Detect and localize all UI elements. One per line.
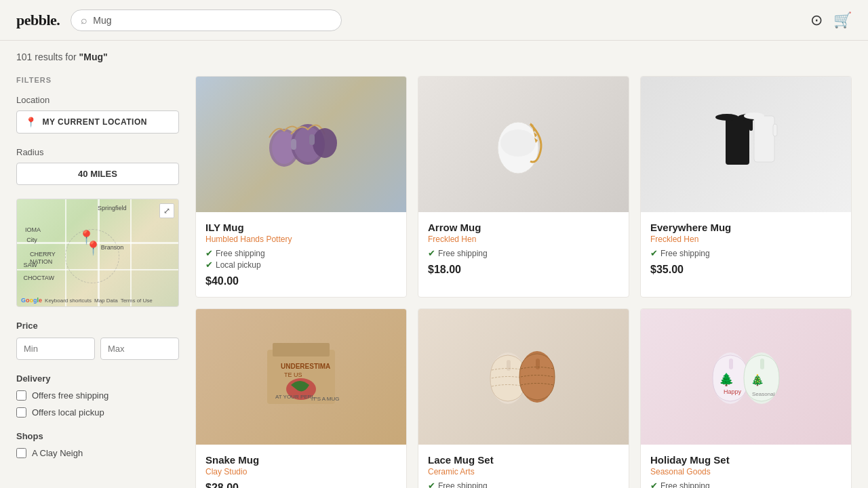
results-count-text: 101 results for "Mug"	[16, 52, 108, 62]
product-image-holiday-mug: 🌲 Happy 🎄 Seasonal	[641, 309, 851, 445]
svg-rect-26	[536, 359, 540, 369]
price-max-input[interactable]	[100, 338, 179, 360]
product-badges-everywhere-mug: ✔ Free shipping	[650, 248, 842, 258]
map-label-cherry: CHERRY	[30, 251, 56, 258]
product-name-snake-mug: Snake Mug	[205, 454, 397, 466]
products-grid: ILY Mug Humbled Hands Pottery ✔ Free shi…	[195, 76, 852, 488]
map-footer: Google Keyboard shortcuts Map Data Terms…	[21, 297, 153, 304]
main-layout: FILTERS Location 📍 MY CURRENT LOCATION R…	[0, 62, 868, 488]
svg-point-4	[313, 128, 337, 158]
product-image-ily-mug	[196, 77, 406, 212]
svg-rect-24	[507, 360, 511, 371]
price-min-input[interactable]	[16, 338, 95, 360]
map-keyboard-shortcuts: Keyboard shortcuts	[45, 298, 92, 304]
logo[interactable]: pebble.	[16, 12, 60, 29]
product-shop-holiday-mug[interactable]: Seasonal Goods	[650, 467, 842, 476]
badge-free-shipping-ily: ✔ Free shipping	[205, 248, 397, 258]
svg-text:TE US: TE US	[284, 371, 302, 378]
product-shop-snake-mug[interactable]: Clay Studio	[205, 467, 397, 476]
product-card-arrow-mug[interactable]: Arrow Mug Freckled Hen ✔ Free shipping $…	[418, 76, 629, 298]
shops-filter: Shops A Clay Neigh	[16, 431, 179, 458]
map-placeholder: Springfield Branson IOMA City SAW CHERRY…	[17, 199, 178, 306]
location-filter: Location 📍 MY CURRENT LOCATION	[16, 95, 179, 134]
radius-circle	[65, 229, 119, 283]
check-icon: ✔	[428, 481, 435, 488]
local-pickup-checkbox[interactable]	[16, 407, 26, 418]
check-icon: ✔	[650, 481, 658, 488]
badge-free-shipping-lace: ✔ Free shipping	[428, 481, 619, 488]
product-price-arrow-mug: $18.00	[428, 264, 619, 276]
price-inputs	[16, 338, 179, 360]
badge-free-shipping-text: Free shipping	[216, 249, 265, 258]
svg-text:IT'S A MUG: IT'S A MUG	[311, 396, 340, 402]
product-image-lace-mug	[418, 309, 629, 445]
badge-local-pickup-text: Local pickup	[216, 260, 261, 270]
results-header: 101 results for "Mug"	[0, 41, 868, 62]
svg-rect-13	[754, 116, 774, 162]
shop-clay-neigh-filter[interactable]: A Clay Neigh	[16, 448, 179, 458]
product-name-ily-mug: ILY Mug	[205, 222, 397, 233]
badge-free-shipping-text: Free shipping	[438, 481, 488, 489]
map-terms: Terms of Use	[121, 298, 153, 304]
local-pickup-label: Offers local pickup	[32, 407, 104, 418]
shop-clay-neigh-checkbox[interactable]	[16, 448, 26, 458]
product-shop-everywhere-mug[interactable]: Freckled Hen	[650, 235, 842, 244]
check-icon: ✔	[205, 260, 213, 270]
location-label: Location	[16, 95, 179, 105]
location-button[interactable]: 📍 MY CURRENT LOCATION	[16, 110, 179, 134]
product-info-arrow-mug: Arrow Mug Freckled Hen ✔ Free shipping $…	[418, 212, 629, 285]
product-image-snake-mug: UNDERESTIMA TE US AT YOUR PERI... IT'S A…	[196, 309, 406, 445]
product-card-lace-mug[interactable]: Lace Mug Set Ceramic Arts ✔ Free shippin…	[418, 308, 629, 488]
google-logo: Google	[21, 297, 42, 304]
svg-rect-9	[726, 117, 749, 165]
radius-filter: Radius 40 MILES	[16, 147, 179, 185]
product-shop-lace-mug[interactable]: Ceramic Arts	[428, 467, 619, 476]
check-icon: ✔	[428, 248, 435, 258]
product-info-holiday-mug: Holiday Mug Set Seasonal Goods ✔ Free sh…	[641, 445, 851, 488]
location-button-label: MY CURRENT LOCATION	[43, 117, 147, 127]
svg-point-8	[500, 129, 536, 157]
local-pickup-filter[interactable]: Offers local pickup	[16, 407, 179, 418]
map-label-city: City	[26, 237, 37, 243]
product-card-ily-mug[interactable]: ILY Mug Humbled Hands Pottery ✔ Free shi…	[195, 76, 407, 298]
product-shop-arrow-mug[interactable]: Freckled Hen	[428, 235, 619, 244]
delivery-filter: Delivery Offers free shipping Offers loc…	[16, 373, 179, 418]
filters-title: FILTERS	[16, 76, 179, 84]
free-shipping-label: Offers free shipping	[32, 390, 108, 401]
product-info-ily-mug: ILY Mug Humbled Hands Pottery ✔ Free shi…	[196, 212, 406, 297]
map-label-ioma: IOMA	[25, 226, 41, 233]
free-shipping-checkbox[interactable]	[16, 390, 26, 401]
badge-free-shipping-holiday: ✔ Free shipping	[650, 481, 842, 488]
map-label-springfield: Springfield	[98, 205, 127, 211]
search-bar[interactable]: ⌕	[71, 9, 342, 31]
badge-free-shipping-text: Free shipping	[660, 481, 710, 489]
free-shipping-filter[interactable]: Offers free shipping	[16, 390, 179, 401]
search-input[interactable]	[93, 15, 332, 26]
product-badges-lace-mug: ✔ Free shipping	[428, 481, 619, 488]
results-query: "Mug"	[79, 52, 108, 62]
map-expand-button[interactable]: ⤢	[159, 203, 174, 218]
product-badges-arrow-mug: ✔ Free shipping	[428, 248, 619, 258]
product-shop-ily-mug[interactable]: Humbled Hands Pottery	[205, 235, 397, 244]
svg-text:Happy: Happy	[724, 388, 742, 395]
price-filter: Price	[16, 321, 179, 360]
product-price-snake-mug: $28.00	[205, 482, 397, 488]
product-card-snake-mug[interactable]: UNDERESTIMA TE US AT YOUR PERI... IT'S A…	[195, 308, 407, 488]
radius-button[interactable]: 40 MILES	[16, 163, 179, 185]
product-card-everywhere-mug[interactable]: Everywhere Mug Freckled Hen ✔ Free shipp…	[640, 76, 852, 298]
product-info-everywhere-mug: Everywhere Mug Freckled Hen ✔ Free shipp…	[641, 212, 851, 285]
product-card-holiday-mug[interactable]: 🌲 Happy 🎄 Seasonal Holiday Mug Set Seaso…	[640, 308, 852, 488]
cart-icon[interactable]: 🛒	[833, 12, 852, 29]
badge-free-shipping-arrow: ✔ Free shipping	[428, 248, 619, 258]
product-name-everywhere-mug: Everywhere Mug	[650, 222, 842, 233]
map-label-nation: NATION	[30, 258, 52, 265]
radius-label: Radius	[16, 147, 179, 157]
map-label-choctaw: CHOCTAW	[24, 274, 55, 281]
product-badges-holiday-mug: ✔ Free shipping	[650, 481, 842, 488]
product-image-everywhere-mug	[641, 77, 851, 212]
product-price-ily-mug: $40.00	[205, 275, 397, 287]
check-icon: ✔	[650, 248, 658, 258]
user-icon[interactable]: ⊙	[810, 12, 823, 29]
product-name-arrow-mug: Arrow Mug	[428, 222, 619, 233]
svg-rect-15	[773, 124, 777, 136]
